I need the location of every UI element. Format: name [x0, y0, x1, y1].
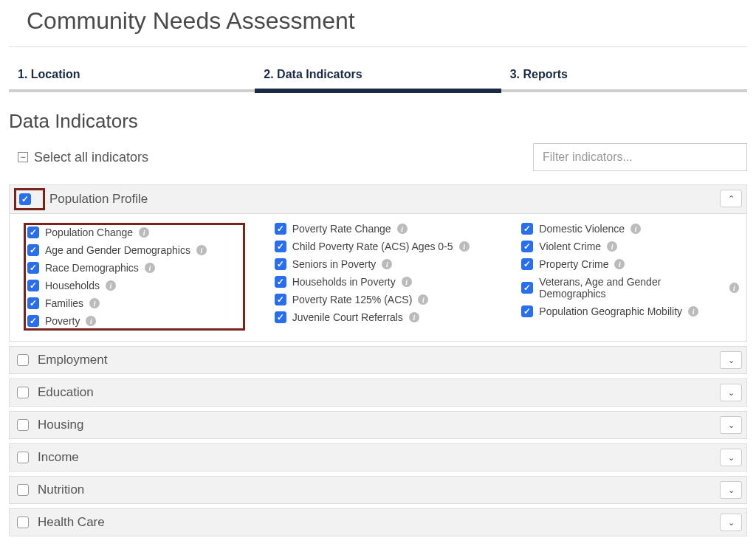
title-divider: [9, 46, 747, 47]
checkbox-income[interactable]: [17, 452, 29, 463]
indicator-label: Population Geographic Mobility: [539, 305, 682, 317]
expand-button[interactable]: ⌄: [720, 351, 742, 369]
select-all-indicators[interactable]: − Select all indicators: [18, 150, 148, 165]
checkbox-indicator[interactable]: [27, 315, 39, 327]
indicator-row: Households i: [27, 280, 241, 291]
collapse-button[interactable]: ⌃: [720, 190, 742, 207]
indicator-label: Poverty Rate 125% (ACS): [292, 294, 413, 305]
checkbox-housing[interactable]: [17, 419, 29, 431]
category-header-employment[interactable]: Employment ⌄: [9, 346, 747, 374]
info-icon[interactable]: i: [729, 283, 739, 293]
step-data-indicators[interactable]: 2. Data Indicators: [255, 62, 501, 93]
step-nav: 1. Location 2. Data Indicators 3. Report…: [9, 62, 747, 92]
checkbox-nutrition[interactable]: [17, 484, 29, 496]
checkbox-indicator[interactable]: [275, 223, 286, 235]
category-label: Health Care: [38, 515, 105, 530]
expand-button[interactable]: ⌄: [720, 416, 742, 434]
expand-button[interactable]: ⌄: [720, 449, 742, 466]
info-icon[interactable]: i: [145, 263, 155, 273]
indicator-row: Juvenile Court Referrals i: [275, 311, 492, 323]
info-icon[interactable]: i: [607, 241, 617, 252]
indicator-row: Domestic Violence i: [521, 223, 739, 235]
indicator-label: Race Demographics: [45, 262, 139, 274]
select-all-label: Select all indicators: [34, 150, 148, 165]
indicator-row: Families i: [27, 297, 241, 309]
page-title: Community Needs Assessment: [27, 7, 747, 35]
indicator-row: Race Demographics i: [27, 262, 241, 274]
indicator-label: Poverty: [45, 315, 80, 327]
category-education: Education ⌄: [9, 379, 747, 407]
checkbox-employment[interactable]: [17, 354, 29, 366]
indicator-row: Property Crime i: [521, 258, 739, 270]
step-location[interactable]: 1. Location: [9, 62, 255, 89]
info-icon[interactable]: i: [89, 298, 100, 308]
info-icon[interactable]: i: [688, 306, 698, 317]
section-title: Data Indicators: [9, 110, 747, 133]
checkbox-indicator[interactable]: [275, 258, 286, 270]
category-employment: Employment ⌄: [9, 346, 747, 374]
category-header-health-care[interactable]: Health Care ⌄: [9, 508, 747, 536]
info-icon[interactable]: i: [418, 294, 428, 305]
checkbox-indicator[interactable]: [521, 305, 533, 317]
chevron-down-icon: ⌄: [728, 421, 735, 430]
checkbox-indicator[interactable]: [27, 297, 39, 309]
indicator-column-3: Domestic Violence i Violent Crime i Prop…: [521, 223, 739, 331]
expand-button[interactable]: ⌄: [720, 514, 742, 531]
info-icon[interactable]: i: [139, 227, 149, 238]
category-income: Income ⌄: [9, 443, 747, 471]
indicator-label: Households: [45, 280, 100, 291]
annotation-highlight-box: [14, 188, 45, 210]
checkbox-indicator[interactable]: [521, 258, 533, 270]
indicator-label: Veterans, Age and Gender Demographics: [539, 276, 723, 300]
info-icon[interactable]: i: [382, 259, 392, 269]
info-icon[interactable]: i: [402, 277, 412, 287]
category-housing: Housing ⌄: [9, 411, 747, 439]
checkbox-indicator[interactable]: [275, 294, 286, 305]
checkbox-indicator[interactable]: [521, 282, 533, 294]
indicator-label: Families: [45, 297, 83, 309]
info-icon[interactable]: i: [196, 245, 207, 255]
checkbox-indicator[interactable]: [27, 262, 39, 274]
category-header-education[interactable]: Education ⌄: [9, 379, 747, 407]
checkbox-indicator[interactable]: [275, 276, 286, 288]
info-icon[interactable]: i: [630, 224, 641, 234]
expand-button[interactable]: ⌄: [720, 384, 742, 401]
indicator-column-2: Poverty Rate Change i Child Poverty Rate…: [275, 223, 492, 331]
checkbox-indicator[interactable]: [27, 227, 39, 238]
indicator-row: Poverty Rate Change i: [275, 223, 492, 235]
category-label: Employment: [38, 353, 107, 367]
info-icon[interactable]: i: [397, 224, 408, 234]
step-reports[interactable]: 3. Reports: [501, 62, 747, 89]
expand-button[interactable]: ⌄: [720, 481, 742, 499]
info-icon[interactable]: i: [614, 259, 625, 269]
select-all-checkbox[interactable]: −: [18, 152, 28, 162]
category-label: Income: [38, 450, 79, 465]
category-label: Education: [38, 385, 94, 400]
controls-row: − Select all indicators: [9, 143, 747, 171]
category-nutrition: Nutrition ⌄: [9, 476, 747, 504]
category-label: Nutrition: [38, 483, 84, 497]
filter-indicators-input[interactable]: [533, 143, 747, 171]
indicator-label: Child Poverty Rate (ACS) Ages 0-5: [292, 241, 453, 252]
checkbox-education[interactable]: [17, 387, 29, 398]
indicator-label: Age and Gender Demographics: [45, 244, 190, 256]
checkbox-indicator[interactable]: [275, 311, 286, 323]
checkbox-indicator[interactable]: [27, 244, 39, 256]
category-header-nutrition[interactable]: Nutrition ⌄: [9, 476, 747, 504]
checkbox-population-profile[interactable]: [19, 193, 31, 205]
info-icon[interactable]: i: [86, 316, 96, 326]
category-header-housing[interactable]: Housing ⌄: [9, 411, 747, 439]
info-icon[interactable]: i: [459, 241, 470, 252]
indicator-label: Households in Poverty: [292, 276, 396, 288]
category-header-population-profile[interactable]: Population Profile ⌃: [9, 184, 747, 214]
checkbox-indicator[interactable]: [27, 280, 39, 291]
info-icon[interactable]: i: [409, 312, 419, 322]
info-icon[interactable]: i: [106, 280, 116, 291]
category-header-income[interactable]: Income ⌄: [9, 443, 747, 471]
checkbox-indicator[interactable]: [521, 223, 533, 235]
checkbox-health-care[interactable]: [17, 516, 29, 528]
indicator-row: Seniors in Poverty i: [275, 258, 492, 270]
checkbox-indicator[interactable]: [275, 241, 286, 252]
indicator-label: Property Crime: [539, 258, 608, 270]
checkbox-indicator[interactable]: [521, 241, 533, 252]
